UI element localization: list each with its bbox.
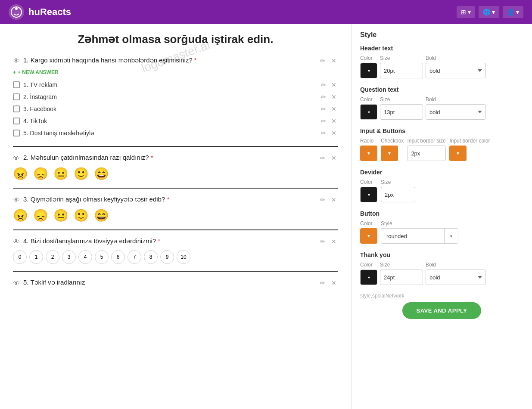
emoji-happy-3[interactable]: 🙂: [74, 208, 89, 223]
nps-10[interactable]: 10: [177, 250, 190, 264]
border-size-label: Input border size: [407, 138, 446, 144]
emoji-angry[interactable]: 😠: [13, 167, 28, 181]
edit-question-3[interactable]: ✏: [318, 195, 327, 204]
nps-2[interactable]: 2: [46, 250, 59, 264]
question-size-input[interactable]: [380, 104, 423, 120]
nps-9[interactable]: 9: [160, 250, 174, 264]
emoji-very-happy-3[interactable]: 😄: [94, 208, 109, 223]
emoji-very-happy[interactable]: 😄: [94, 167, 109, 181]
question-left-3: 👁 3. Qiymətlərin aşağı olması keyfiyyətə…: [13, 195, 169, 204]
answer-left-2: 2. İnstagram: [13, 93, 57, 100]
delete-question-5[interactable]: ✕: [330, 279, 338, 287]
edit-answer-1-1[interactable]: ✏: [319, 81, 328, 89]
divider-size-input[interactable]: [381, 187, 415, 202]
nps-0[interactable]: 0: [13, 250, 27, 264]
delete-answer-1-3[interactable]: ✕: [330, 105, 338, 113]
checkbox-4[interactable]: [13, 118, 20, 124]
edit-answer-1-5[interactable]: ✏: [319, 129, 328, 137]
question-title-4: 4. Bizi dost/tanışlarınıza tövsiyyə edər…: [23, 237, 160, 245]
question-size-group: Size: [380, 96, 423, 120]
eye-icon-2[interactable]: 👁: [13, 155, 20, 162]
edit-answer-1-3[interactable]: ✏: [319, 105, 328, 113]
delete-question-2[interactable]: ✕: [330, 154, 338, 162]
eye-icon-1[interactable]: 👁: [13, 57, 20, 65]
eye-icon-5[interactable]: 👁: [13, 279, 20, 287]
eye-icon-4[interactable]: 👁: [13, 238, 20, 246]
question-color-picker[interactable]: ▾: [360, 104, 377, 120]
nps-3[interactable]: 3: [62, 250, 76, 264]
nps-7[interactable]: 7: [128, 250, 141, 264]
edit-answer-1-4[interactable]: ✏: [319, 117, 328, 125]
emoji-sad-3[interactable]: 😞: [33, 208, 48, 223]
checkbox-3[interactable]: [13, 105, 20, 112]
answer-left-4: 4. TikTok: [13, 118, 47, 124]
edit-answer-1-2[interactable]: ✏: [319, 93, 328, 101]
border-size-input[interactable]: [407, 146, 446, 161]
emoji-neutral-3[interactable]: 😐: [53, 208, 68, 223]
checkbox-label: Checkbox: [381, 138, 404, 144]
question-bold-select[interactable]: bold normal: [426, 104, 486, 120]
app-header: huReacts ⊞ ▾ 🌐 ▾ 👤 ▾: [0, 0, 532, 24]
user-button[interactable]: 👤 ▾: [503, 6, 523, 18]
header-size-input[interactable]: [380, 63, 423, 78]
checkbox-5[interactable]: [13, 130, 20, 136]
edit-question-2[interactable]: ✏: [318, 154, 327, 162]
thankyou-size-input[interactable]: [380, 270, 423, 285]
nps-4[interactable]: 4: [78, 250, 92, 264]
divider-color-picker[interactable]: ▾: [360, 187, 377, 202]
save-apply-button[interactable]: SAVE AND APPLY: [402, 302, 481, 319]
answer-actions-2: ✏ ✕: [319, 93, 338, 101]
thankyou-color-picker[interactable]: ▾: [360, 270, 377, 285]
checkbox-2[interactable]: [13, 93, 20, 100]
emoji-angry-3[interactable]: 😠: [13, 208, 28, 223]
emoji-sad[interactable]: 😞: [33, 167, 48, 181]
header-color-picker[interactable]: ▾: [360, 63, 377, 78]
emoji-happy[interactable]: 🙂: [74, 167, 89, 181]
answer-left-1: 1. TV reklam: [13, 81, 57, 88]
question-actions-4: ✏ ✕: [318, 237, 338, 246]
question-color-group: Color ▾: [360, 96, 377, 120]
radio-color-btn[interactable]: ▾: [360, 146, 377, 161]
delete-answer-1-1[interactable]: ✕: [330, 81, 338, 89]
thankyou-bold-group: Bold bold normal: [426, 262, 486, 285]
grid-button[interactable]: ⊞ ▾: [457, 6, 475, 18]
question-header-1: 👁 1. Kargo xidməti haqqında hansı mənbəl…: [13, 56, 338, 65]
emoji-neutral[interactable]: 😐: [53, 167, 68, 181]
question-title-1: 1. Kargo xidməti haqqında hansı mənbələr…: [23, 56, 197, 64]
nps-8[interactable]: 8: [144, 250, 158, 264]
header-bold-select[interactable]: bold normal: [426, 63, 486, 78]
checkbox-group: Checkbox ▾: [381, 138, 404, 161]
checkbox-color-btn[interactable]: ▾: [381, 146, 398, 161]
delete-answer-1-5[interactable]: ✕: [330, 129, 338, 137]
checkbox-1[interactable]: [13, 81, 20, 88]
question-actions-5: ✏ ✕: [318, 279, 338, 287]
thankyou-size-label: Size: [380, 262, 423, 268]
delete-answer-1-2[interactable]: ✕: [330, 93, 338, 101]
border-size-group: Input border size: [407, 138, 446, 161]
question-title-3: 3. Qiymətlərin aşağı olması keyfiyyətə t…: [23, 195, 169, 203]
style-dropdown-arrow[interactable]: ▾: [444, 228, 458, 244]
edit-question-1[interactable]: ✏: [318, 56, 327, 65]
eye-icon-3[interactable]: 👁: [13, 196, 20, 204]
edit-question-5[interactable]: ✏: [318, 279, 327, 287]
thankyou-bold-select[interactable]: bold normal: [426, 270, 486, 285]
nps-1[interactable]: 1: [29, 250, 43, 264]
delete-question-3[interactable]: ✕: [330, 195, 338, 204]
delete-question-1[interactable]: ✕: [330, 56, 338, 65]
delete-answer-1-4[interactable]: ✕: [330, 117, 338, 125]
edit-question-4[interactable]: ✏: [318, 237, 327, 246]
globe-button[interactable]: 🌐 ▾: [479, 6, 499, 18]
answer-actions-4: ✏ ✕: [319, 117, 338, 125]
button-style-dropdown[interactable]: rounded ▾: [381, 228, 458, 244]
delete-question-4[interactable]: ✕: [330, 237, 338, 246]
border-color-btn[interactable]: ▾: [449, 146, 467, 161]
question-text-label: Question text: [360, 86, 523, 93]
new-answer-btn-1[interactable]: + + NEW ANSWER: [13, 69, 59, 75]
answer-option-4: 4. TikTok ✏ ✕: [13, 115, 338, 127]
grid-icon: ⊞: [461, 9, 466, 15]
nps-6[interactable]: 6: [111, 250, 125, 264]
answer-option-5: 5. Dost tanış məsləhətiylə ✏ ✕: [13, 127, 338, 139]
header-bold-label: Bold: [426, 55, 486, 61]
nps-5[interactable]: 5: [95, 250, 109, 264]
button-color-btn[interactable]: ▾: [360, 228, 377, 244]
